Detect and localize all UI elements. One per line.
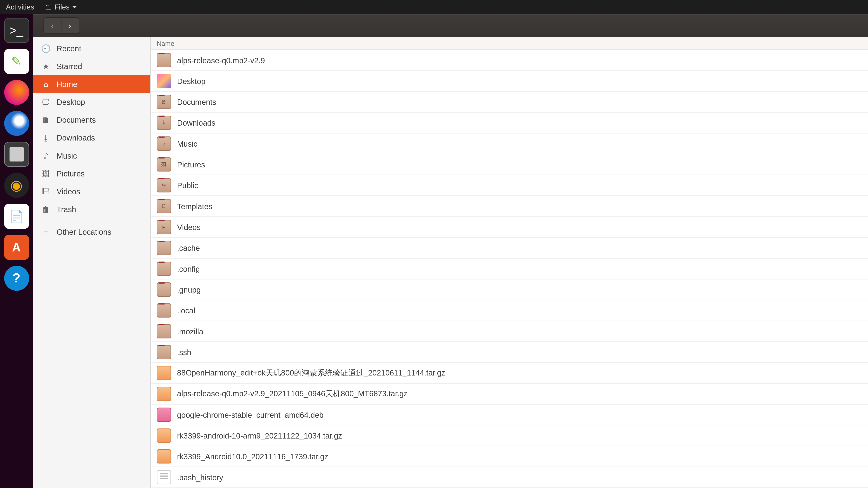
file-row[interactable]: 88OpenHarmony_edit+ok天玑800的鸿蒙系统验证通过_2021… [151, 363, 868, 384]
file-row[interactable]: 🗎Documents☆ [151, 92, 868, 112]
sidebar-item-trash[interactable]: 🗑Trash [33, 200, 150, 218]
file-row[interactable]: 🖼Pictures☆ [151, 154, 868, 175]
folder-icon: ⇋ [157, 178, 171, 193]
desktop-folder-icon [157, 74, 171, 88]
sidebar-item-label: Recent [57, 44, 81, 53]
main-pane: Name Size Modified Star alps-release-q0.… [151, 37, 868, 488]
sidebar-item-other-locations[interactable]: ＋Other Locations [33, 223, 150, 240]
file-row[interactable]: rk3399_Android10.0_20211116_1739.tar.gz2… [151, 446, 868, 467]
star-icon: ★ [41, 61, 51, 71]
file-name: 88OpenHarmony_edit+ok天玑800的鸿蒙系统验证通过_2021… [177, 367, 445, 378]
sidebar-item-videos[interactable]: 🎞Videos [33, 182, 150, 200]
file-row[interactable]: ⇋Public☆ [151, 175, 868, 196]
file-row[interactable]: 🗋Templates0 items22:07☆ [151, 196, 868, 217]
file-row[interactable]: Desktop☆ [151, 71, 868, 92]
folder-icon: 🖼 [157, 157, 171, 171]
chevron-left-icon: ‹ [51, 21, 54, 30]
headerbar: ‹ › ⌂ Home 🔍 ▦ ≡ — ◱ ✕ [33, 14, 868, 37]
file-name: .mozilla [177, 327, 203, 336]
sidebar-item-recent[interactable]: 🕘Recent [33, 39, 150, 57]
file-name: Videos [177, 223, 200, 232]
file-row[interactable]: .gnupg3 items14:09☆ [151, 280, 868, 300]
file-name: Documents [177, 97, 216, 106]
file-name: alps-release-q0.mp2-v2.9 [177, 56, 265, 65]
folder-icon [157, 345, 171, 359]
file-row[interactable]: .bash_history1.8 kB18:57☆ [151, 467, 868, 488]
dock-app-thunderbird[interactable] [4, 111, 29, 136]
trash-icon: 🗑 [41, 204, 51, 214]
dock: >_ ✎ ◉ 📄 ? [0, 14, 33, 488]
file-row[interactable]: .mozilla3 items14:12☆ [151, 321, 868, 342]
video-icon: 🎞 [41, 186, 51, 196]
sidebar-item-label: Desktop [57, 97, 85, 106]
activities-button[interactable]: Activities [6, 3, 34, 11]
dock-app-firefox[interactable] [4, 80, 29, 105]
sidebar-item-starred[interactable]: ★Starred [33, 57, 150, 75]
file-name: Music [177, 139, 197, 148]
app-menu-label: Files [55, 3, 70, 11]
file-row[interactable]: .local1 item22:07☆ [151, 300, 868, 321]
folder-icon: 🗋 [157, 199, 171, 213]
files-window: ‹ › ⌂ Home 🔍 ▦ ≡ — ◱ ✕ 🕘Recent★Starred⌂H… [33, 14, 868, 488]
dock-app-writer[interactable]: 📄 [4, 204, 29, 229]
archive-icon [157, 387, 171, 401]
file-name: Downloads [177, 119, 215, 127]
sidebar-item-label: Videos [57, 187, 80, 196]
column-header-name[interactable]: Name [151, 39, 868, 47]
file-name: rk3399-android-10-arm9_20211122_1034.tar… [177, 431, 342, 440]
sidebar-item-label: Home [57, 79, 77, 89]
dock-app-files[interactable] [4, 142, 29, 167]
file-name: alps-release-q0.mp2-v2.9_20211105_0946天机… [177, 389, 408, 399]
file-name: google-chrome-stable_current_amd64.deb [177, 410, 323, 419]
sidebar-item-desktop[interactable]: 🖵Desktop [33, 93, 150, 111]
file-row[interactable]: google-chrome-stable_current_amd64.deb90… [151, 404, 868, 425]
file-name: Pictures [177, 160, 205, 169]
docs-icon: 🗎 [41, 115, 51, 125]
dock-app-gedit[interactable]: ✎ [4, 49, 29, 74]
column-header-row: Name Size Modified Star [151, 37, 868, 50]
home-icon: ⌂ [41, 79, 51, 89]
music-icon: ♪ [41, 151, 51, 160]
other-icon: ＋ [41, 227, 51, 236]
sidebar-item-downloads[interactable]: ⭳Downloads [33, 129, 150, 147]
file-list[interactable]: alps-release-q0.mp2-v2.9☆Desktop☆🗎Docume… [151, 50, 868, 488]
file-name: .local [177, 306, 195, 315]
file-row[interactable]: ⭳Downloads☆ [151, 112, 868, 133]
folder-icon [157, 283, 171, 297]
file-name: .config [177, 264, 200, 273]
archive-icon [157, 428, 171, 443]
sidebar-item-label: Music [57, 151, 77, 160]
folder-icon: ♪ [157, 136, 171, 151]
sidebar-item-label: Other Locations [57, 227, 112, 236]
dock-app-rhythmbox[interactable]: ◉ [4, 173, 29, 198]
file-row[interactable]: alps-release-q0.mp2-v2.9☆ [151, 50, 868, 71]
folder-icon: ⭳ [157, 116, 171, 130]
folder-icon [157, 303, 171, 318]
app-menu-files[interactable]: 🗀 Files [45, 3, 77, 11]
sidebar-item-home[interactable]: ⌂Home [33, 75, 150, 93]
dock-app-software[interactable] [4, 235, 29, 260]
sidebar-item-documents[interactable]: 🗎Documents [33, 111, 150, 129]
archive-icon [157, 449, 171, 464]
file-row[interactable]: alps-release-q0.mp2-v2.9_20211105_0946天机… [151, 384, 868, 404]
file-name: Desktop [177, 76, 206, 86]
text-file-icon [157, 470, 171, 484]
file-row[interactable]: .config15 items17:57☆ [151, 259, 868, 280]
sidebar-item-label: Pictures [57, 169, 85, 178]
file-row[interactable]: rk3399-android-10-arm9_20211122_1034.tar… [151, 425, 868, 446]
file-row[interactable]: ♪Music☆ [151, 133, 868, 154]
file-row[interactable]: .ssh0 items14:09☆ [151, 342, 868, 363]
chevron-down-icon [72, 6, 76, 8]
dock-app-help[interactable]: ? [4, 266, 29, 291]
sidebar-item-label: Trash [57, 205, 76, 214]
file-row[interactable]: .cache15 items17:57☆ [151, 238, 868, 258]
forward-button[interactable]: › [61, 17, 79, 34]
sidebar-item-music[interactable]: ♪Music [33, 147, 150, 164]
dock-app-terminal[interactable]: >_ [4, 18, 29, 43]
sidebar-item-pictures[interactable]: 🖼Pictures [33, 164, 150, 182]
sidebar-item-label: Downloads [57, 133, 95, 142]
file-name: .ssh [177, 348, 191, 357]
chevron-right-icon: › [68, 21, 72, 30]
file-row[interactable]: ▸Videos0 items22:07☆ [151, 217, 868, 238]
back-button[interactable]: ‹ [43, 17, 61, 34]
